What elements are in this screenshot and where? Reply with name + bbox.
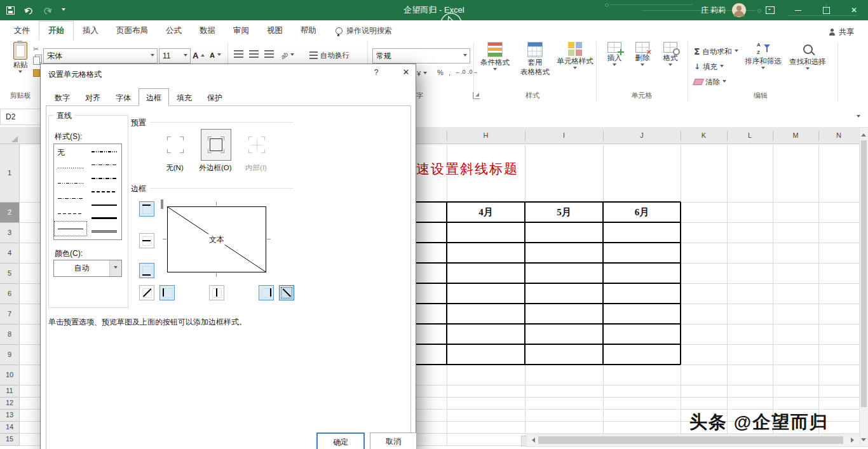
border-preview[interactable]: 文本 (161, 200, 273, 279)
tab-home[interactable]: 开始 (39, 21, 74, 40)
comma-style-icon[interactable]: , (449, 69, 451, 76)
line-style-dotted[interactable] (54, 160, 87, 175)
line-style-medium-dash-dot[interactable] (88, 171, 121, 185)
border-diagonal-up-toggle[interactable] (139, 285, 154, 300)
line-style-slant-dash-dot[interactable] (88, 158, 121, 171)
dialog-tab-fill[interactable]: 填充 (169, 90, 200, 106)
tell-me-search[interactable]: 操作说明搜索 (336, 22, 392, 40)
sort-filter-icon: AZ (756, 42, 770, 56)
dialog-tab-font[interactable]: 字体 (108, 90, 139, 106)
percent-style-icon[interactable]: % (437, 69, 444, 76)
dialog-title-bar[interactable]: 设置单元格格式 ? ✕ (41, 64, 416, 83)
font-name-combo[interactable]: 宋体 (43, 48, 158, 64)
scroll-right-icon[interactable] (851, 438, 857, 443)
cut-icon[interactable]: ✂ (33, 45, 39, 53)
paste-button[interactable]: 粘贴 (5, 42, 36, 88)
line-style-dashed[interactable] (54, 206, 87, 221)
clear-button[interactable]: 清除 (694, 76, 726, 88)
tab-help[interactable]: 帮助 (292, 22, 325, 40)
border-diagonal-up-icon (142, 288, 152, 298)
line-style-medium-solid[interactable] (88, 198, 121, 211)
border-left-toggle[interactable] (159, 285, 175, 300)
border-diagonal-down-toggle[interactable] (279, 285, 294, 300)
sheet-title-text[interactable]: 速设置斜线标题 (416, 160, 519, 178)
autosum-button[interactable]: Σ 自动求和 (694, 45, 738, 58)
border-right-toggle[interactable] (259, 285, 274, 300)
orientation-button[interactable]: ab (281, 49, 294, 62)
format-as-table-button[interactable]: 套用 表格格式 (516, 42, 554, 88)
account-user-name[interactable]: 庄 莉莉 (701, 5, 726, 16)
border-middle-vertical-toggle[interactable] (209, 285, 224, 300)
scroll-left-icon[interactable] (529, 438, 535, 443)
format-cells-button[interactable]: 格式 (657, 42, 684, 88)
tab-insert[interactable]: 插入 (74, 22, 107, 40)
cell-styles-button[interactable]: 单元格样式 (555, 42, 595, 88)
number-format-combo[interactable]: 常规 (372, 48, 470, 64)
grow-font-button[interactable]: A (193, 49, 205, 62)
line-style-double[interactable] (88, 225, 121, 238)
share-button[interactable]: 共享 (829, 27, 854, 37)
align-middle-icon[interactable] (249, 50, 259, 58)
dialog-tab-protection[interactable]: 保护 (200, 90, 230, 106)
line-style-dash-dot-dot[interactable] (54, 175, 87, 191)
vertical-scrollbar[interactable] (859, 127, 868, 447)
cell-month-june[interactable]: 6月 (603, 202, 681, 222)
line-style-thin-solid-selected[interactable] (54, 221, 87, 236)
line-style-none[interactable]: 无 (54, 145, 87, 160)
cell-month-april[interactable]: 4月 (447, 202, 525, 222)
wrap-text-button[interactable]: 自动换行 (309, 49, 349, 62)
border-bottom-toggle[interactable] (139, 263, 154, 278)
ok-button[interactable]: 确定 (316, 432, 365, 449)
maximize-button[interactable] (812, 0, 840, 20)
close-button[interactable]: ✕ (840, 0, 868, 20)
scroll-down-icon[interactable] (861, 438, 866, 444)
ribbon-display-options-button[interactable] (756, 0, 784, 20)
increase-decimal-icon[interactable]: ←.0 (455, 69, 466, 75)
horizontal-scrollbar-thumb[interactable] (538, 436, 843, 444)
delete-cells-button[interactable]: ✕ 删除 (629, 42, 656, 88)
conditional-formatting-button[interactable]: 条件格式 (477, 42, 513, 88)
accounting-format-button[interactable]: ¥ (417, 67, 427, 80)
preset-none-button[interactable] (160, 129, 191, 161)
insert-cells-button[interactable]: 插入 (601, 42, 628, 88)
user-avatar[interactable] (732, 3, 746, 17)
dialog-tab-number[interactable]: 数字 (47, 90, 78, 106)
cancel-button[interactable]: 取消 (370, 432, 417, 449)
line-style-medium-dashed[interactable] (88, 185, 121, 198)
tab-view[interactable]: 视图 (258, 22, 292, 40)
minimize-button[interactable] (784, 0, 812, 20)
tab-review[interactable]: 审阅 (224, 22, 258, 40)
find-select-button[interactable]: 查找和选择 (788, 42, 827, 88)
line-style-thick-solid[interactable] (88, 211, 121, 225)
border-separator (150, 188, 294, 189)
horizontal-scrollbar[interactable] (526, 434, 860, 447)
align-top-icon[interactable] (234, 50, 243, 58)
conditional-formatting-icon (487, 42, 503, 57)
shrink-font-button[interactable]: A (210, 49, 221, 62)
vertical-scrollbar-thumb[interactable] (861, 140, 867, 407)
preset-outline-button[interactable] (201, 129, 231, 161)
border-middle-horizontal-toggle[interactable] (139, 233, 154, 248)
dialog-help-icon[interactable]: ? (370, 68, 383, 79)
tab-page-layout[interactable]: 页面布局 (107, 22, 157, 40)
line-style-column-right (88, 145, 121, 239)
fill-button[interactable]: ↓ 填充 (694, 60, 724, 73)
font-size-combo[interactable]: 11 (159, 48, 191, 64)
align-bottom-icon[interactable] (264, 50, 274, 58)
border-top-toggle[interactable] (139, 201, 154, 217)
tab-data[interactable]: 数据 (191, 22, 224, 40)
formula-bar-expand-icon[interactable] (857, 115, 860, 119)
tab-formulas[interactable]: 公式 (157, 22, 191, 40)
copy-icon[interactable] (33, 57, 40, 65)
dialog-tab-alignment[interactable]: 对齐 (78, 90, 108, 106)
line-color-combo[interactable]: 自动 (53, 260, 122, 277)
dialog-tab-border[interactable]: 边框 (139, 88, 169, 106)
scroll-up-icon[interactable] (861, 131, 866, 137)
line-style-medium-dash-dot-dot[interactable] (88, 145, 121, 158)
sort-filter-button[interactable]: AZ 排序和筛选 (743, 42, 783, 88)
tab-file[interactable]: 文件 (5, 22, 39, 40)
dialog-close-icon[interactable]: ✕ (398, 67, 414, 80)
cell-month-may[interactable]: 5月 (525, 202, 603, 222)
format-painter-icon[interactable] (33, 69, 40, 77)
line-style-dash-dot[interactable] (54, 191, 87, 206)
